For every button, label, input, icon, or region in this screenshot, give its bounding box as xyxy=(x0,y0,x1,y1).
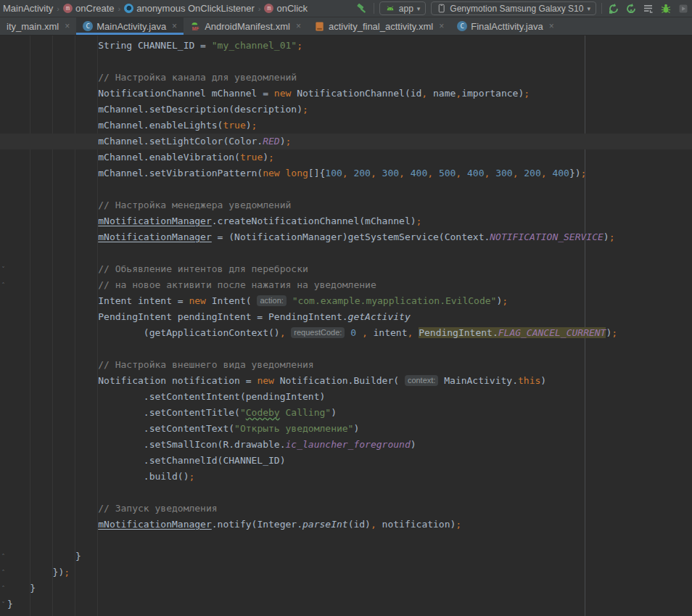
code-line: Intent intent = new Intent( action: "com… xyxy=(0,293,692,309)
code-line: ˄ // на новое активити после нажатия на … xyxy=(0,277,692,293)
editor-tab-bar: ity_main.xml × C MainActivity.java × MF … xyxy=(0,17,692,36)
breadcrumb-anonymous-class[interactable]: anonymous OnClickListener xyxy=(123,3,256,14)
android-icon xyxy=(385,4,395,14)
code-line: mChannel.setVibrationPattern(new long[]{… xyxy=(0,165,692,181)
java-class-icon: C xyxy=(83,21,93,31)
close-icon[interactable]: × xyxy=(439,21,444,31)
code-line: // Запуск уведомления xyxy=(0,501,692,517)
phone-icon xyxy=(437,3,446,14)
fold-marker-icon[interactable]: ˄ xyxy=(0,549,7,564)
main-toolbar: MainActivity › m onCreate › anonymous On… xyxy=(0,0,692,17)
code-line: mChannel.setDescription(description); xyxy=(0,102,692,118)
code-line: // Настройка внешнего вида уведомления xyxy=(0,357,692,373)
tab-activity-main-xml[interactable]: ity_main.xml × xyxy=(0,17,76,35)
parameter-hint: action: xyxy=(257,295,286,306)
method-icon: m xyxy=(63,4,73,13)
tab-activity-final-acttivity-xml[interactable]: activity_final_acttivity.xml × xyxy=(308,17,450,35)
code-line: mNotificationManager = (NotificationMana… xyxy=(0,229,692,245)
device-select[interactable]: Genymotion Samsung Galaxy S10 ▾ xyxy=(431,1,596,15)
code-line: .setChannelId(CHANNEL_ID) xyxy=(0,453,692,469)
fold-marker-icon[interactable]: ˄ xyxy=(0,580,7,596)
anonymous-class-icon xyxy=(124,4,133,13)
debug-icon[interactable] xyxy=(659,2,672,15)
code-line: .setContentTitle("Codeby Calling") xyxy=(0,405,692,421)
code-line: // Настройка канала для уведомлений xyxy=(0,70,692,86)
tab-androidmanifest-xml[interactable]: MF AndroidManifest.xml × xyxy=(184,17,308,35)
tab-mainactivity-java[interactable]: C MainActivity.java × xyxy=(76,17,184,35)
apply-changes-icon[interactable] xyxy=(607,2,619,15)
tab-label: activity_final_acttivity.xml xyxy=(329,21,433,32)
breadcrumb-separator: › xyxy=(118,4,121,13)
toolbar-divider xyxy=(601,3,602,14)
parameter-hint: context: xyxy=(405,375,439,386)
breadcrumb-label: anonymous OnClickListener xyxy=(136,3,255,14)
fold-marker-icon[interactable]: ˄ xyxy=(0,564,7,580)
list-icon[interactable] xyxy=(642,2,654,15)
method-icon: m xyxy=(264,4,273,13)
breadcrumb-label: MainActivity xyxy=(3,3,53,14)
breadcrumb-label: onClick xyxy=(276,3,308,14)
toolbar-divider xyxy=(374,3,374,14)
code-line: .setContentIntent(pendingIntent) xyxy=(0,389,692,405)
device-label: Genymotion Samsung Galaxy S10 xyxy=(450,4,583,14)
code-line xyxy=(0,245,692,261)
chevron-down-icon: ▾ xyxy=(417,5,421,12)
code-line: mNotificationManager.createNotificationC… xyxy=(0,213,692,229)
code-line: PendingIntent pendingIntent = PendingInt… xyxy=(0,309,692,325)
close-icon[interactable]: × xyxy=(172,21,177,31)
tab-label: MainActivity.java xyxy=(96,21,166,32)
fold-marker-icon[interactable]: ˅ xyxy=(0,596,7,612)
code-line xyxy=(0,341,692,357)
code-line: ˄ } xyxy=(0,580,692,596)
code-line xyxy=(0,485,692,501)
code-line xyxy=(0,54,692,70)
breadcrumb-onclick[interactable]: m onClick xyxy=(263,3,309,14)
toolbar-actions: app ▾ Genymotion Samsung Galaxy S10 ▾ A xyxy=(356,1,689,15)
profiler-icon[interactable] xyxy=(677,2,689,15)
build-hammer-icon[interactable] xyxy=(356,2,368,15)
code-line: ˅} xyxy=(0,596,692,612)
code-line xyxy=(0,533,692,549)
breadcrumb-class[interactable]: MainActivity xyxy=(1,3,54,14)
tab-label: AndroidManifest.xml xyxy=(205,21,290,32)
breadcrumb: MainActivity › m onCreate › anonymous On… xyxy=(1,3,309,14)
code-line: ˄ }); xyxy=(0,564,692,580)
code-line: mChannel.enableVibration(true); xyxy=(0,149,692,165)
breadcrumb-oncreate[interactable]: m onCreate xyxy=(62,3,115,14)
tab-label: FinalActtivity.java xyxy=(471,21,543,32)
code-line: NotificationChannel mChannel = new Notif… xyxy=(0,86,692,102)
code-editor[interactable]: String CHANNEL_ID = "my_channel_01"; // … xyxy=(0,36,692,616)
run-config-label: app xyxy=(399,4,413,14)
breadcrumb-separator: › xyxy=(57,4,59,13)
manifest-file-icon: MF xyxy=(190,21,201,32)
code-line: mChannel.enableLights(true); xyxy=(0,118,692,134)
fold-marker-icon[interactable]: ˄ xyxy=(0,277,7,293)
chevron-down-icon: ▾ xyxy=(587,5,590,12)
code-line: .setContentText("Открыть уведомление") xyxy=(0,421,692,437)
code-line: // Настройка менеджера уведомлений xyxy=(0,197,692,213)
code-line: mChannel.setLightColor(Color.RED); xyxy=(0,134,692,149)
svg-text:MF: MF xyxy=(192,26,199,31)
parameter-hint: requestCode: xyxy=(291,327,345,338)
breadcrumb-label: onCreate xyxy=(75,3,114,14)
code-line: String CHANNEL_ID = "my_channel_01"; xyxy=(0,38,692,54)
code-area: String CHANNEL_ID = "my_channel_01"; // … xyxy=(0,36,692,612)
close-icon[interactable]: × xyxy=(549,21,554,31)
code-line: ˄ } xyxy=(0,549,692,564)
code-line: (getApplicationContext(), requestCode: 0… xyxy=(0,325,692,341)
run-config-select[interactable]: app ▾ xyxy=(379,1,427,15)
apply-code-changes-icon[interactable]: A xyxy=(625,2,637,15)
svg-text:A: A xyxy=(629,7,633,14)
code-line: .setSmallIcon(R.drawable.ic_launcher_for… xyxy=(0,437,692,453)
tab-finalacttivity-java[interactable]: C FinalActtivity.java × xyxy=(450,17,560,35)
code-line: Notification notification = new Notifica… xyxy=(0,373,692,389)
tab-label: ity_main.xml xyxy=(7,21,59,32)
close-icon[interactable]: × xyxy=(65,21,70,31)
code-line: ˅ // Обьявление интентов для переброски xyxy=(0,261,692,277)
code-line: mNotificationManager.notify(Integer.pars… xyxy=(0,517,692,533)
fold-marker-icon[interactable]: ˅ xyxy=(0,261,7,277)
layout-file-icon xyxy=(314,21,325,32)
close-icon[interactable]: × xyxy=(296,21,301,31)
code-line xyxy=(0,181,692,197)
java-class-icon: C xyxy=(457,21,467,31)
